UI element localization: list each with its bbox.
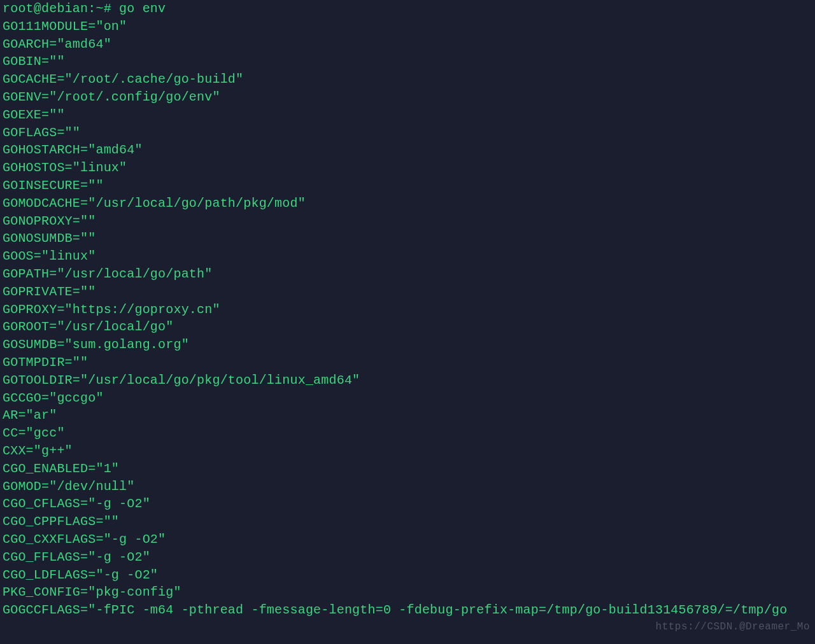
- env-line: GOSUMDB="sum.golang.org": [3, 336, 812, 354]
- command-text: go env: [119, 1, 166, 16]
- env-line: GCCGO="gccgo": [3, 389, 812, 407]
- env-line: GONOPROXY="": [3, 213, 812, 230]
- env-line: GOGCCFLAGS="-fPIC -m64 -pthread -fmessag…: [3, 601, 812, 619]
- watermark-text: https://CSDN.@Dreamer_Mo: [656, 619, 810, 636]
- env-line: PKG_CONFIG="pkg-config": [3, 584, 812, 601]
- env-line: CGO_CPPFLAGS="": [3, 513, 812, 531]
- env-line: GONOSUMDB="": [3, 230, 812, 248]
- env-line: GOTOOLDIR="/usr/local/go/pkg/tool/linux_…: [3, 372, 812, 389]
- shell-prompt: root@debian:~#: [3, 1, 119, 16]
- env-line: CGO_LDFLAGS="-g -O2": [3, 566, 812, 584]
- env-line: GOPROXY="https://goproxy.cn": [3, 301, 812, 319]
- env-line: CC="gcc": [3, 424, 812, 442]
- env-line: CGO_CFLAGS="-g -O2": [3, 495, 812, 513]
- env-line: GOPATH="/usr/local/go/path": [3, 265, 812, 283]
- env-line: GOROOT="/usr/local/go": [3, 318, 812, 336]
- env-line: CXX="g++": [3, 442, 812, 460]
- env-line: GOOS="linux": [3, 248, 812, 265]
- env-line: GOCACHE="/root/.cache/go-build": [3, 71, 812, 88]
- env-line: CGO_CXXFLAGS="-g -O2": [3, 531, 812, 549]
- env-line: CGO_ENABLED="1": [3, 460, 812, 478]
- env-line: GOHOSTARCH="amd64": [3, 141, 812, 159]
- env-line: GOHOSTOS="linux": [3, 159, 812, 177]
- terminal-output[interactable]: root@debian:~# go env GO111MODULE="on" G…: [3, 0, 812, 619]
- env-line: GOEXE="": [3, 106, 812, 124]
- env-line: GO111MODULE="on": [3, 18, 812, 36]
- env-line: GOFLAGS="": [3, 124, 812, 142]
- env-line: GOMODCACHE="/usr/local/go/path/pkg/mod": [3, 195, 812, 213]
- env-line: GOBIN="": [3, 53, 812, 71]
- env-line: GOMOD="/dev/null": [3, 478, 812, 496]
- env-line: GOENV="/root/.config/go/env": [3, 88, 812, 106]
- command-line: root@debian:~# go env: [3, 0, 812, 18]
- env-line: GOTMPDIR="": [3, 354, 812, 372]
- env-line: CGO_FFLAGS="-g -O2": [3, 549, 812, 566]
- env-line: GOINSECURE="": [3, 177, 812, 195]
- env-line: GOARCH="amd64": [3, 36, 812, 53]
- env-line: AR="ar": [3, 407, 812, 424]
- env-line: GOPRIVATE="": [3, 283, 812, 301]
